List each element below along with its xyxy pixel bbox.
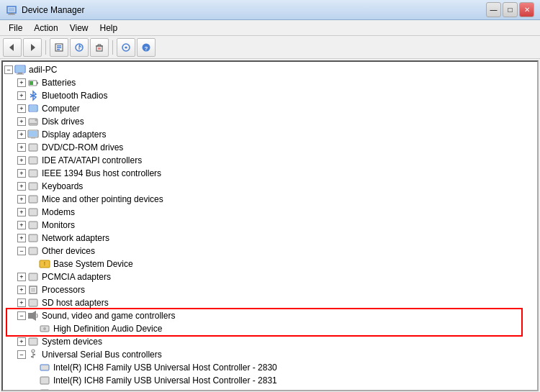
icon-batteries [27,77,39,88]
tree-item-ide[interactable]: +IDE ATA/ATAPI controllers [3,154,537,167]
svg-rect-22 [16,66,24,72]
forward-button[interactable] [23,38,42,57]
label-network: Network adapters [42,233,109,243]
device-tree[interactable]: − adil-PC +Batteries+Bluetooth Radios+Co… [3,62,537,390]
label-modems: Modems [42,207,75,217]
label-mice: Mice and other pointing devices [42,194,163,204]
svg-rect-38 [29,144,37,151]
toolbar-sep1 [45,40,46,55]
menu-file[interactable]: File [3,22,28,35]
expand-batteries[interactable]: + [17,78,26,87]
tree-item-usb1[interactable]: Intel(R) ICH8 Family USB Universal Host … [3,361,537,374]
tree-item-display[interactable]: +Display adapters [3,128,537,141]
tree-item-processors[interactable]: +Processors [3,283,537,296]
expand-computer[interactable]: + [17,104,26,113]
icon-keyboards [27,181,39,192]
back-button[interactable] [3,38,22,57]
expand-modems[interactable]: + [17,208,26,216]
expand-sd-host[interactable]: + [17,298,26,307]
update-button[interactable] [70,38,89,57]
tree-item-sound[interactable]: −Sound, video and game controllers [3,309,537,322]
expand-ieee[interactable]: + [17,169,26,178]
help-button[interactable]: ? [137,38,156,57]
label-monitors: Monitors [42,220,75,230]
expand-monitors[interactable]: + [17,221,26,229]
tree-item-usb[interactable]: −Universal Serial Bus controllers [3,348,537,361]
close-button[interactable]: ✕ [519,2,534,17]
svg-point-33 [35,119,37,122]
tree-item-base-system[interactable]: !Base System Device [3,257,537,270]
expand-pcmcia[interactable]: + [17,273,26,281]
icon-base-system: ! [39,258,50,270]
expand-usb[interactable]: − [17,350,26,359]
tree-item-keyboards[interactable]: +Keyboards [3,180,537,193]
svg-rect-56 [29,338,37,345]
minimize-button[interactable]: — [486,2,501,17]
expand-keyboards[interactable]: + [17,182,26,191]
root-expand[interactable]: − [4,65,13,74]
svg-rect-2 [9,13,14,14]
main-area: − adil-PC +Batteries+Bluetooth Radios+Co… [1,60,539,391]
label-usb2: Intel(R) ICH8 Family USB Universal Host … [53,375,277,386]
label-pcmcia: PCMCIA adapters [42,272,111,282]
svg-rect-42 [29,196,37,203]
expand-sound[interactable]: − [17,311,26,320]
expand-bluetooth[interactable]: + [17,91,26,100]
scan-button[interactable] [117,38,135,57]
tree-item-usb3[interactable]: Intel(R) ICH8 Family USB Universal Host … [3,387,537,390]
tree-item-pcmcia[interactable]: +PCMCIA adapters [3,270,537,283]
svg-text:!: ! [44,261,45,266]
expand-processors[interactable]: + [17,286,26,294]
tree-item-modems[interactable]: +Modems [3,206,537,219]
tree-item-network[interactable]: +Network adapters [3,232,537,245]
expand-ide[interactable]: + [17,156,26,165]
svg-rect-61 [40,365,49,370]
expand-dvd[interactable]: + [17,143,26,152]
tree-item-monitors[interactable]: +Monitors [3,219,537,232]
tree-item-usb2[interactable]: Intel(R) ICH8 Family USB Universal Host … [3,374,537,387]
menu-help[interactable]: Help [94,22,124,35]
tree-item-bluetooth[interactable]: +Bluetooth Radios [3,89,537,102]
svg-rect-24 [17,74,24,75]
icon-computer [27,103,39,114]
expand-other[interactable]: − [17,247,26,255]
svg-rect-59 [31,356,33,357]
icon-processors [27,284,39,296]
expand-system[interactable]: + [17,337,26,346]
tree-item-computer[interactable]: +Computer [3,102,537,115]
tree-item-system[interactable]: +System devices [3,335,537,348]
expand-network[interactable]: + [17,234,26,242]
expand-mice[interactable]: + [17,195,26,204]
expand-display[interactable]: + [17,130,26,139]
label-system: System devices [42,337,102,347]
icon-hd-audio [39,323,50,334]
expand-disk[interactable]: + [17,117,26,126]
tree-item-hd-audio[interactable]: High Definition Audio Device [3,322,537,335]
svg-rect-23 [18,73,22,74]
svg-rect-9 [57,49,60,50]
title-bar: Device Manager — □ ✕ [0,0,540,20]
svg-marker-4 [9,44,14,51]
tree-root[interactable]: − adil-PC [3,63,537,76]
icon-system [27,336,39,347]
tree-item-disk[interactable]: +Disk drives [3,115,537,128]
menu-view[interactable]: View [64,22,94,35]
tree-item-batteries[interactable]: +Batteries [3,76,537,89]
icon-dvd [27,142,39,153]
tree-item-ieee[interactable]: +IEEE 1394 Bus host controllers [3,167,537,180]
properties-button[interactable] [50,38,68,57]
tree-item-sd-host[interactable]: +SD host adapters [3,296,537,309]
label-processors: Processors [42,285,85,295]
svg-rect-49 [29,273,37,281]
svg-rect-27 [30,81,33,85]
tree-item-mice[interactable]: +Mice and other pointing devices [3,193,537,206]
uninstall-button[interactable] [90,38,109,57]
maximize-button[interactable]: □ [503,2,518,17]
svg-rect-45 [29,234,37,242]
menu-action[interactable]: Action [28,22,63,35]
tree-item-dvd[interactable]: +DVD/CD-ROM drives [3,141,537,154]
window-controls: — □ ✕ [486,2,534,17]
icon-mice [27,193,39,205]
tree-item-other[interactable]: −Other devices [3,245,537,257]
svg-point-57 [32,350,35,352]
